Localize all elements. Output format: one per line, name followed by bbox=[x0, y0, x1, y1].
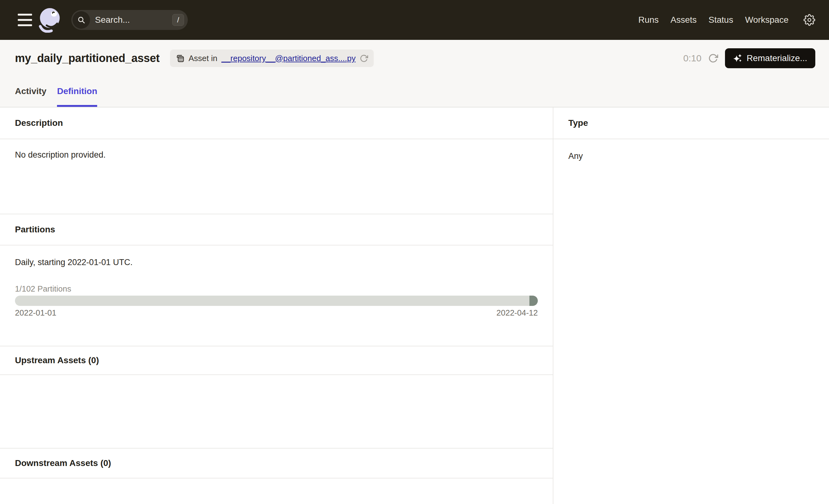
type-heading: Type bbox=[553, 107, 829, 139]
refresh-timer: 0:10 bbox=[683, 53, 701, 64]
asset-badge-prefix: Asset in bbox=[188, 53, 217, 63]
downstream-assets-body bbox=[0, 478, 553, 504]
asset-location-badge: Asset in __repository__@partitioned_ass.… bbox=[170, 49, 374, 67]
page-header: my_daily_partitioned_asset Asset in __re… bbox=[0, 40, 829, 107]
dagster-logo-icon[interactable] bbox=[37, 4, 63, 36]
sparkles-icon bbox=[733, 53, 743, 63]
nav-right: Runs Assets Status Workspace bbox=[639, 14, 815, 26]
page-title: my_daily_partitioned_asset bbox=[15, 52, 159, 65]
partitions-count-label: 1/102 Partitions bbox=[15, 284, 538, 294]
nav-item-runs[interactable]: Runs bbox=[639, 15, 659, 25]
definition-content: Description No description provided. Par… bbox=[0, 107, 829, 504]
partitions-summary: Daily, starting 2022-01-01 UTC. bbox=[15, 257, 538, 268]
asset-tabs: Activity Definition bbox=[15, 76, 97, 107]
search-icon bbox=[73, 11, 90, 29]
nav-left: / bbox=[18, 4, 188, 36]
tab-definition[interactable]: Definition bbox=[57, 76, 97, 107]
type-value: Any bbox=[553, 139, 829, 173]
code-location-link[interactable]: __repository__@partitioned_ass....py bbox=[221, 53, 356, 63]
reload-location-icon[interactable] bbox=[360, 54, 368, 63]
partitions-body: Daily, starting 2022-01-01 UTC. 1/102 Pa… bbox=[0, 257, 553, 347]
search-shortcut-key: / bbox=[172, 14, 184, 26]
partition-range-end: 2022-04-12 bbox=[496, 308, 538, 318]
partition-progress-bar bbox=[15, 296, 538, 306]
nav-item-status[interactable]: Status bbox=[709, 15, 733, 25]
partition-progress-fill bbox=[530, 296, 538, 306]
upstream-assets-body bbox=[0, 375, 553, 448]
repository-icon bbox=[176, 54, 184, 63]
description-heading: Description bbox=[0, 107, 553, 139]
refresh-icon[interactable] bbox=[708, 53, 718, 63]
description-body: No description provided. bbox=[0, 139, 553, 214]
nav-item-workspace[interactable]: Workspace bbox=[745, 15, 789, 25]
tab-activity[interactable]: Activity bbox=[15, 76, 46, 107]
left-column: Description No description provided. Par… bbox=[0, 107, 553, 504]
nav-item-assets[interactable]: Assets bbox=[671, 15, 697, 25]
search-bar[interactable]: / bbox=[71, 10, 188, 30]
downstream-assets-heading: Downstream Assets (0) bbox=[0, 448, 553, 478]
top-nav: / Runs Assets Status Workspace bbox=[0, 0, 829, 40]
rematerialize-button[interactable]: Rematerialize... bbox=[725, 48, 815, 68]
right-column: Type Any bbox=[553, 107, 829, 504]
menu-icon[interactable] bbox=[18, 14, 32, 26]
partitions-heading: Partitions bbox=[0, 214, 553, 246]
upstream-assets-heading: Upstream Assets (0) bbox=[0, 347, 553, 375]
partition-range-start: 2022-01-01 bbox=[15, 308, 57, 318]
rematerialize-label: Rematerialize... bbox=[747, 53, 807, 63]
settings-gear-icon[interactable] bbox=[803, 14, 815, 26]
